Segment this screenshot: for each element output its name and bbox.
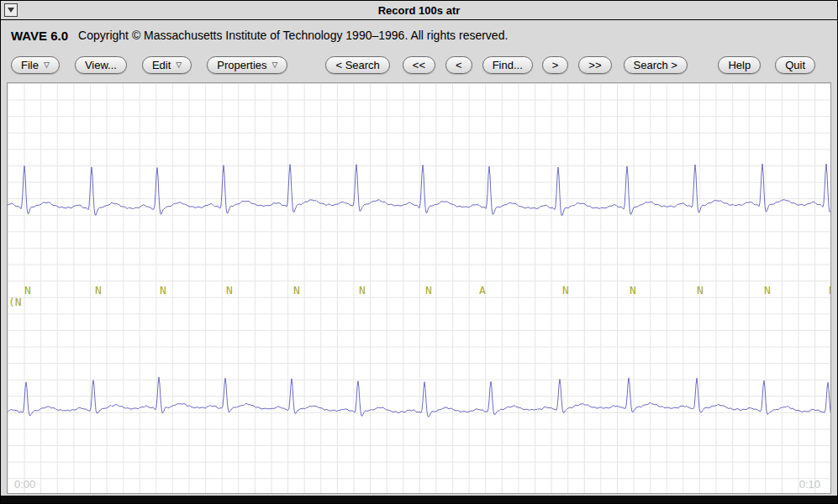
bottom-frame xyxy=(1,496,837,503)
button-label: Properties xyxy=(217,59,266,71)
annotation-n[interactable]: N xyxy=(359,284,366,297)
annotation-n[interactable]: N xyxy=(630,284,636,297)
copyright-text: Copyright © Massachusetts Institute of T… xyxy=(78,29,508,42)
button-label: Search > xyxy=(634,59,677,71)
search-back-button[interactable]: < Search xyxy=(325,56,389,74)
menu-triangle-icon: ▽ xyxy=(272,61,278,69)
annotation-a[interactable]: A xyxy=(479,284,486,297)
annotation-n[interactable]: N xyxy=(24,284,31,297)
button-label: > xyxy=(552,59,559,71)
button-label: View... xyxy=(85,59,117,71)
toolbar: File ▽ View... Edit ▽ Properties ▽ < Sea… xyxy=(1,50,837,79)
wave-window: Record 100s atr WAVE 6.0 Copyright © Mas… xyxy=(0,0,838,504)
app-header: WAVE 6.0 Copyright © Massachusetts Insti… xyxy=(1,20,837,50)
button-label: Find... xyxy=(493,59,523,71)
button-label: << xyxy=(413,59,425,71)
view-button[interactable]: View... xyxy=(75,56,127,74)
fast-rewind-button[interactable]: << xyxy=(403,56,435,74)
button-label: < xyxy=(456,59,462,71)
time-end-label: 0:10 xyxy=(799,478,820,491)
titlebar: Record 100s atr xyxy=(1,1,837,20)
menu-triangle-icon: ▽ xyxy=(44,61,50,69)
properties-button[interactable]: Properties ▽ xyxy=(207,56,287,74)
edit-button[interactable]: Edit ▽ xyxy=(142,56,192,74)
find-button[interactable]: Find... xyxy=(482,56,533,74)
annotation-layer: NNNNNNNANNNNN(N xyxy=(8,83,830,493)
button-label: Help xyxy=(728,59,751,71)
annotation-n[interactable]: N xyxy=(95,284,102,297)
button-label: < Search xyxy=(335,59,379,71)
annotation-n[interactable]: N xyxy=(226,284,233,297)
annotation-n[interactable]: (N xyxy=(8,296,22,308)
app-name: WAVE 6.0 xyxy=(11,29,68,43)
help-button[interactable]: Help xyxy=(718,56,761,74)
file-button[interactable]: File ▽ xyxy=(11,56,60,74)
window-menu-triangle-icon xyxy=(8,8,14,13)
menu-triangle-icon: ▽ xyxy=(176,61,182,69)
annotation-n[interactable]: N xyxy=(829,284,831,297)
signal-canvas[interactable]: NNNNNNNANNNNN(N 0:00 0:10 xyxy=(7,82,831,494)
annotation-n[interactable]: N xyxy=(160,284,166,297)
search-forward-button[interactable]: Search > xyxy=(624,56,688,74)
window-title: Record 100s atr xyxy=(18,4,820,17)
fast-forward-button[interactable]: >> xyxy=(578,56,611,74)
button-label: >> xyxy=(588,59,601,71)
quit-button[interactable]: Quit xyxy=(775,56,815,74)
annotation-n[interactable]: N xyxy=(562,284,569,297)
annotation-n[interactable]: N xyxy=(697,284,704,297)
step-back-button[interactable]: < xyxy=(445,56,472,74)
window-menu-button[interactable] xyxy=(4,3,18,17)
annotation-n[interactable]: N xyxy=(425,284,432,297)
button-label: File xyxy=(21,59,39,71)
button-label: Edit xyxy=(152,59,171,71)
button-label: Quit xyxy=(785,59,805,71)
step-forward-button[interactable]: > xyxy=(542,56,569,74)
annotation-n[interactable]: N xyxy=(293,284,300,297)
time-start-label: 0:00 xyxy=(14,478,35,491)
annotation-n[interactable]: N xyxy=(764,284,771,297)
